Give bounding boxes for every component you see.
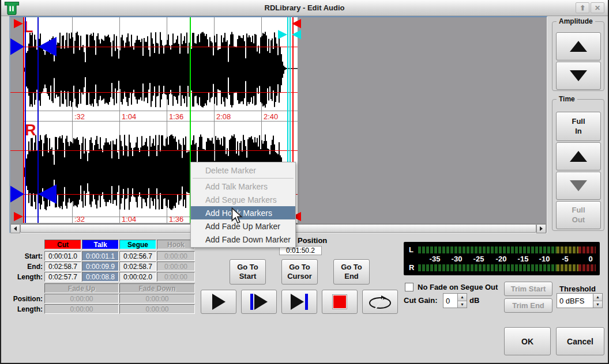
scroll-right-icon[interactable] bbox=[536, 224, 546, 233]
stop-button[interactable] bbox=[322, 290, 358, 314]
window-title: RDLibrary - Edit Audio bbox=[1, 3, 608, 12]
time-group-title: Time bbox=[557, 95, 577, 103]
title-bar[interactable]: RDLibrary - Edit Audio ⬆ ✕ bbox=[1, 0, 608, 16]
time-zoom-out-button[interactable] bbox=[556, 172, 601, 200]
meter-right-label: R bbox=[409, 263, 414, 272]
trim-start-button[interactable]: Trim Start bbox=[504, 282, 552, 296]
scale-tick: -5 bbox=[562, 255, 569, 263]
scale-tick: -25 bbox=[473, 255, 484, 263]
time-group: Time Full In Full Out bbox=[552, 99, 604, 231]
threshold-line bbox=[10, 150, 298, 151]
right-meter-bar bbox=[418, 264, 596, 271]
hook-column-header: Hook bbox=[157, 240, 195, 249]
time-full-out-button[interactable]: Full Out bbox=[556, 201, 601, 229]
scale-tick: -15 bbox=[518, 255, 529, 263]
marker-context-menu: Delete Marker Add Talk Markers Add Segue… bbox=[190, 162, 296, 248]
fade-length-row-label: Length: bbox=[2, 305, 43, 313]
talk-end-marker[interactable] bbox=[38, 184, 57, 204]
amplitude-down-button[interactable] bbox=[556, 62, 601, 90]
cut-gain-spinbox[interactable]: 0 ▲▼ bbox=[443, 293, 467, 308]
scale-tick: -10 bbox=[539, 255, 550, 263]
end-row-label: End: bbox=[2, 263, 43, 271]
no-fade-checkbox[interactable] bbox=[405, 283, 413, 291]
talk-column-header: Talk bbox=[82, 240, 119, 249]
play-icon bbox=[212, 294, 225, 310]
menu-item-add-segue-markers[interactable]: Add Segue Markers bbox=[191, 193, 295, 206]
fade-position-row-label: Position: bbox=[2, 295, 43, 303]
spin-up-icon[interactable]: ▲ bbox=[458, 294, 467, 301]
fade-up-position-value: 0:00:00 bbox=[44, 294, 119, 304]
spin-down-icon[interactable]: ▼ bbox=[458, 301, 467, 308]
left-meter-bar bbox=[418, 247, 596, 253]
spin-down-icon[interactable]: ▼ bbox=[593, 301, 602, 308]
play-button[interactable] bbox=[201, 290, 236, 314]
play-to-end-button[interactable] bbox=[281, 290, 317, 314]
segue-start-marker[interactable] bbox=[278, 30, 287, 39]
go-to-end-button[interactable]: Go To End bbox=[333, 259, 370, 285]
time-full-in-button[interactable]: Full In bbox=[556, 112, 601, 141]
threshold-spinbox[interactable]: 0 dBFS ▲▼ bbox=[557, 293, 603, 308]
segue-end-value: 0:02:58.7 bbox=[119, 261, 156, 271]
meter-left-label: L bbox=[409, 245, 413, 254]
menu-item-add-fade-down-marker[interactable]: Add Fade Down Marker bbox=[191, 233, 295, 246]
fade-down-position-value: 0:00:00 bbox=[119, 294, 195, 304]
channel-divider bbox=[24, 111, 298, 111]
time-label: 2:08 bbox=[216, 112, 231, 121]
talk-start-line[interactable] bbox=[25, 17, 26, 223]
trim-end-button[interactable]: Trim End bbox=[504, 298, 552, 313]
loop-button[interactable] bbox=[362, 290, 398, 314]
play-from-start-button[interactable] bbox=[241, 290, 277, 314]
talk-start-value: 0:00:01.1 bbox=[82, 251, 119, 261]
hook-length-value: 0:00:00 bbox=[157, 272, 195, 282]
cancel-button[interactable]: Cancel bbox=[556, 327, 604, 355]
menu-item-delete-marker[interactable]: Delete Marker bbox=[191, 164, 295, 177]
close-window-icon[interactable]: ✕ bbox=[591, 2, 604, 13]
no-fade-label: No Fade on Segue Out bbox=[418, 283, 498, 291]
spin-up-icon[interactable]: ▲ bbox=[593, 294, 602, 301]
segue-end-marker[interactable] bbox=[292, 30, 301, 39]
bar-icon bbox=[305, 294, 308, 310]
length-row-label: Length: bbox=[2, 273, 43, 281]
start-row-label: Start: bbox=[2, 252, 43, 260]
cut-start-marker[interactable] bbox=[14, 19, 23, 28]
talk-start-marker[interactable] bbox=[10, 184, 24, 204]
scroll-left-icon[interactable] bbox=[10, 224, 20, 233]
cut-gain-value[interactable]: 0 bbox=[443, 294, 457, 308]
audio-level-meter: L R -35 -30 -25 -20 -15 -10 -5 0 bbox=[404, 242, 600, 275]
ok-button[interactable]: OK bbox=[504, 327, 551, 355]
threshold-value[interactable]: 0 dBFS bbox=[557, 294, 593, 308]
time-label: 1:36 bbox=[169, 215, 183, 223]
time-zoom-in-button[interactable] bbox=[556, 142, 601, 170]
up-arrow-icon bbox=[570, 151, 587, 162]
fade-down-length-value: 0:00:00 bbox=[119, 304, 195, 314]
go-to-start-button[interactable]: Go To Start bbox=[230, 259, 266, 285]
channel-divider bbox=[24, 121, 298, 122]
fade-up-length-value: 0:00:00 bbox=[44, 304, 119, 314]
talk-start-marker[interactable] bbox=[10, 37, 24, 56]
menu-item-add-talk-markers[interactable]: Add Talk Markers bbox=[191, 180, 295, 193]
talk-end-value: 0:00:09.9 bbox=[82, 261, 119, 271]
threshold-line bbox=[10, 92, 298, 93]
mouse-cursor-icon bbox=[231, 207, 244, 227]
segue-start-value: 0:02:56.7 bbox=[119, 251, 156, 261]
amplitude-group-title: Amplitude bbox=[557, 17, 595, 25]
shade-window-icon[interactable]: ⬆ bbox=[576, 2, 589, 13]
talk-end-marker[interactable] bbox=[38, 37, 57, 56]
edit-audio-dialog: RDLibrary - Edit Audio ⬆ ✕ bbox=[0, 0, 609, 364]
cut-start-value: 0:00:01.0 bbox=[44, 251, 81, 261]
time-label: 1:04 bbox=[122, 215, 136, 223]
fade-up-header: Fade Up bbox=[44, 283, 119, 293]
scale-tick: -20 bbox=[496, 255, 507, 263]
scale-tick: -35 bbox=[430, 255, 441, 263]
talk-length-value: 0:00:08.8 bbox=[82, 272, 119, 282]
time-label: 2:40 bbox=[264, 112, 278, 121]
amplitude-up-button[interactable] bbox=[556, 32, 601, 60]
position-label: Position bbox=[298, 236, 327, 245]
scale-tick: 0 bbox=[588, 255, 592, 263]
threshold-label: Threshold bbox=[559, 285, 596, 293]
go-to-cursor-button[interactable]: Go To Cursor bbox=[281, 259, 318, 285]
cut-end-marker[interactable] bbox=[292, 19, 301, 28]
cut-start-marker[interactable] bbox=[14, 212, 23, 221]
time-label: :32 bbox=[74, 215, 85, 223]
up-arrow-icon bbox=[570, 41, 587, 52]
